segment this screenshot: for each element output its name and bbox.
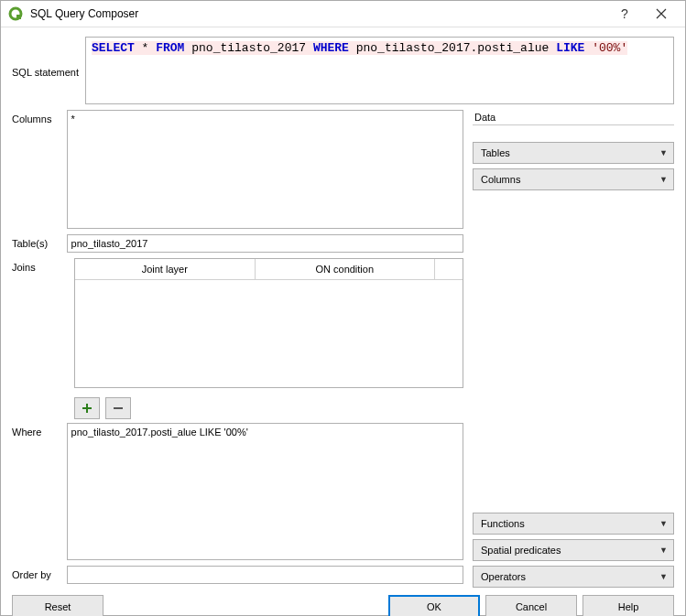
kw-like: LIKE [556, 41, 584, 55]
spatial-combo[interactable]: Spatial predicates ▼ [473, 539, 674, 561]
help-footer-button[interactable]: Help [583, 595, 674, 616]
tables-label: Table(s) [12, 238, 67, 249]
tables-combo-label: Tables [481, 147, 510, 158]
tables-combo[interactable]: Tables ▼ [473, 142, 674, 164]
sql-statement-box[interactable]: SELECT * FROM pno_tilasto_2017 WHERE pno… [85, 37, 674, 104]
help-button[interactable]: ? [606, 1, 643, 27]
kw-select: SELECT [92, 41, 135, 55]
spatial-combo-label: Spatial predicates [481, 545, 561, 556]
kw-where: WHERE [313, 41, 349, 55]
joins-body[interactable] [75, 280, 463, 387]
functions-combo-label: Functions [481, 518, 525, 529]
orderby-input[interactable] [67, 566, 463, 584]
add-join-button[interactable] [74, 397, 100, 419]
chevron-down-icon: ▼ [659, 546, 668, 555]
cancel-button[interactable]: Cancel [485, 595, 577, 616]
where-label: Where [12, 423, 67, 438]
window-title: SQL Query Composer [30, 7, 606, 20]
joins-header: Joint layer ON condition [75, 259, 463, 280]
qgis-icon [8, 6, 23, 21]
sql-label: SQL statement [12, 63, 85, 78]
kw-from: FROM [156, 41, 184, 55]
ok-button[interactable]: OK [388, 595, 480, 616]
joins-col-on[interactable]: ON condition [256, 259, 436, 279]
functions-combo[interactable]: Functions ▼ [473, 513, 674, 535]
sql-text: SELECT * FROM pno_tilasto_2017 WHERE pno… [92, 41, 627, 55]
sql-tbl1: pno_tilasto_2017 [184, 41, 312, 55]
sql-literal: '00%' [592, 41, 627, 55]
svg-rect-1 [16, 15, 21, 19]
joins-label: Joins [12, 258, 74, 273]
sql-col: pno_tilasto_2017.posti_alue [349, 41, 556, 55]
close-button[interactable] [643, 1, 680, 27]
operators-combo-label: Operators [481, 571, 526, 582]
sql-sp [584, 41, 592, 55]
chevron-down-icon: ▼ [659, 175, 668, 184]
joins-col-layer[interactable]: Joint layer [75, 259, 256, 279]
chevron-down-icon: ▼ [659, 148, 668, 157]
operators-combo[interactable]: Operators ▼ [473, 566, 674, 588]
columns-label: Columns [12, 110, 67, 124]
orderby-label: Order by [12, 569, 67, 580]
dialog-window: SQL Query Composer ? SQL statement SELEC… [0, 0, 686, 616]
tables-input[interactable] [67, 234, 463, 253]
titlebar: SQL Query Composer ? [1, 1, 685, 27]
chevron-down-icon: ▼ [659, 519, 668, 528]
remove-join-button[interactable] [105, 397, 131, 419]
sql-star: * [135, 41, 156, 55]
joins-col-empty [435, 259, 463, 279]
data-section-label: Data [473, 112, 674, 125]
columns-combo-label: Columns [481, 174, 520, 185]
columns-input[interactable] [67, 110, 463, 229]
joins-table[interactable]: Joint layer ON condition [74, 258, 463, 388]
reset-button[interactable]: Reset [12, 595, 103, 616]
where-input[interactable] [67, 423, 463, 560]
chevron-down-icon: ▼ [659, 572, 668, 581]
columns-combo[interactable]: Columns ▼ [473, 168, 674, 190]
